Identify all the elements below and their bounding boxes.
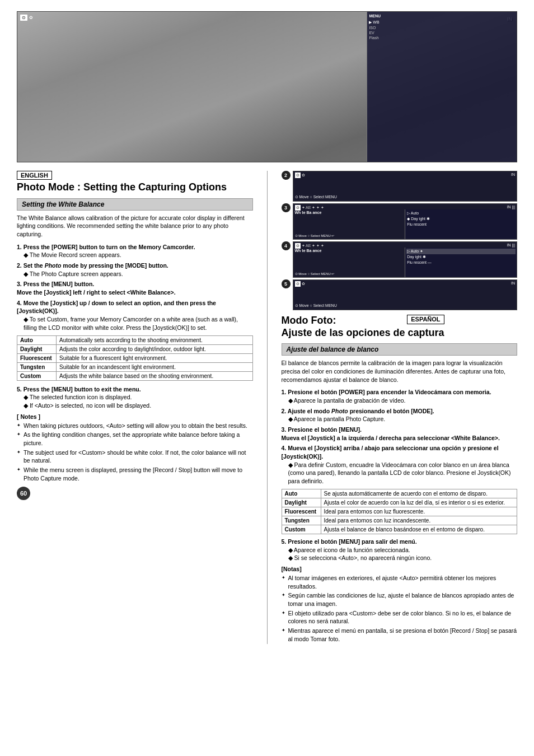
english-section-title: Photo Mode : Setting the Capturing Optio… bbox=[17, 181, 253, 194]
esp-wb-desc-auto: Se ajusta automáticamente de acuerdo con… bbox=[321, 489, 517, 498]
step4-circle: 4 bbox=[282, 241, 291, 250]
espanol-section-title: Modo Foto: ESPAÑOL Ajuste de las opcione… bbox=[282, 315, 444, 339]
step5-bold: Press the [MENU] button to exit the menu… bbox=[24, 386, 141, 393]
step4-bold: Move the [Joystick] up / down to select … bbox=[17, 300, 216, 315]
top-photo-inner: IN ⊙ ✿ MENU ▶ WB ISO EV Flash bbox=[17, 12, 517, 162]
cam-menu-panel: MENU ▶ WB ISO EV Flash bbox=[367, 12, 517, 162]
s4-menu-auto: ▷ Auto ✦ bbox=[406, 249, 516, 254]
cam-icon-photo: ✿ bbox=[29, 15, 33, 20]
cam-menu-item3: Flash bbox=[369, 35, 515, 40]
english-note-1: When taking pictures outdoors, <Auto> se… bbox=[17, 422, 253, 430]
s4-icon1: ⊙ bbox=[295, 243, 301, 249]
s5-icon1: ⊙ bbox=[295, 281, 301, 287]
espanol-column: 2 ⊙ ✿ IN ⊙ Move ○ Select MENU 3 bbox=[282, 171, 518, 644]
english-step-2: 2. Set the Photo mode by pressing the [M… bbox=[17, 262, 253, 278]
espanol-notes-section: [Notas] Al tomar imágenes en exteriores,… bbox=[282, 566, 518, 643]
esp-step4-num: 4. bbox=[282, 445, 288, 451]
s4-menu-day: Day ight ✱ bbox=[406, 254, 516, 260]
wb-row-fluorescent: Fluorescent Suitable for a fluorescent l… bbox=[17, 353, 253, 362]
s5-icon2: ✿ bbox=[302, 282, 305, 286]
esp-step3-num: 3. bbox=[282, 426, 288, 433]
top-photo-area: IN ⊙ ✿ MENU ▶ WB ISO EV Flash bbox=[17, 11, 517, 162]
wb-label-fluorescent: Fluorescent bbox=[17, 353, 57, 362]
wb-label-tungsten: Tungsten bbox=[17, 362, 57, 371]
step2-camera-screen: ⊙ ✿ IN ⊙ Move ○ Select MENU bbox=[293, 171, 518, 202]
step5-num: 5. bbox=[17, 386, 24, 393]
esp-step5-num: 5. bbox=[282, 538, 288, 545]
english-step-3: 3. Press the [MENU] button.Move the [Joy… bbox=[17, 280, 253, 296]
english-note-2: As the lighting condition changes, set t… bbox=[17, 431, 253, 447]
wb-desc-daylight: Adjusts the color according to daylight/… bbox=[57, 344, 253, 353]
esp-step5-bold: Presione el botón [MENU] para salir del … bbox=[288, 538, 416, 545]
esp-step5-bullet1: ◆ Aparece el icono de la función selecci… bbox=[288, 546, 518, 554]
s2-icon2: ✿ bbox=[302, 173, 305, 178]
wb-desc-auto: Automatically sets according to the shoo… bbox=[57, 335, 253, 344]
step1-num: 1. bbox=[17, 244, 24, 250]
espanol-step-4: 4. Mueva el [Joystick] arriba / abajo pa… bbox=[282, 444, 518, 485]
english-lang-badge: ENGLISH bbox=[17, 171, 52, 180]
english-subsection-header: Setting the White Balance bbox=[17, 198, 253, 211]
esp-note-1: Al tomar imágenes en exteriores, el ajus… bbox=[282, 574, 518, 590]
page-number-area: 60 bbox=[17, 487, 253, 500]
esp-note-2: Según cambie las condiciones de luz, aju… bbox=[282, 591, 518, 608]
wb-desc-custom: Adjusts the white balance based on the s… bbox=[57, 371, 253, 380]
step3-camera-screen: ⊙ ✦ AE ✦ ✦ ✦ IN ||| Wh te Ba ance ▷ Auto… bbox=[293, 203, 518, 240]
step1-bold: Press the [POWER] button to turn on the … bbox=[24, 244, 195, 250]
s4-icons: ✦ AE ✦ ✦ ✦ bbox=[302, 244, 325, 248]
esp-step5-bullet2: ◆ Si se selecciona <Auto>, no aparecerá … bbox=[288, 554, 518, 562]
step5-camera-row: 5 ⊙ ✿ IN ⊙ Move ○ Select MENU bbox=[282, 279, 518, 310]
step3-bold: Press the [MENU] button.Move the [Joysti… bbox=[17, 281, 176, 296]
espanol-lang-badge: ESPAÑOL bbox=[407, 315, 444, 324]
camera-steps-area: 2 ⊙ ✿ IN ⊙ Move ○ Select MENU 3 bbox=[282, 171, 518, 310]
espanol-title-1: Modo Foto: bbox=[282, 315, 336, 326]
page-container: IN ⊙ ✿ MENU ▶ WB ISO EV Flash bbox=[0, 0, 534, 756]
wb-row-tungsten: Tungsten Suitable for an incandescent li… bbox=[17, 362, 253, 371]
esp-wb-label-auto: Auto bbox=[282, 489, 321, 498]
esp-step2-bullet1: ◆ Aparece la pantalla Photo Capture. bbox=[288, 415, 518, 423]
esp-wb-desc-fluorescent: Ideal para entornos con luz fluorescente… bbox=[321, 507, 517, 516]
wb-label-daylight: Daylight bbox=[17, 344, 57, 353]
s4-menu-fluor: Flu rescent — bbox=[406, 260, 516, 265]
english-step-4: 4. Move the [Joystick] up / down to sele… bbox=[17, 299, 253, 332]
espanol-notes-title: [Notas] bbox=[282, 566, 518, 572]
esp-step1-bullet1: ◆ Aparece la pantalla de grabación de ví… bbox=[288, 396, 518, 405]
english-note-4: While the menu screen is displayed, pres… bbox=[17, 466, 253, 482]
cam-icon-rec: ⊙ bbox=[20, 15, 27, 21]
s3-menu-fluor: Flu rescent bbox=[406, 222, 516, 227]
s3-indicator: IN ||| bbox=[507, 205, 515, 209]
english-notes-list: When taking pictures outdoors, <Auto> se… bbox=[17, 422, 253, 483]
cam-menu-item2: EV bbox=[369, 30, 515, 35]
espanol-title-2: Ajuste de las opciones de captura bbox=[282, 327, 444, 338]
english-steps-list: 1. Press the [POWER] button to turn on t… bbox=[17, 243, 253, 332]
cam-menu-item1: ISO bbox=[369, 25, 515, 30]
esp-wb-row-custom: Custom Ajusta el balance de blanco basán… bbox=[282, 525, 517, 534]
english-column: ENGLISH Photo Mode : Setting the Capturi… bbox=[17, 171, 253, 644]
esp-wb-label-tungsten: Tungsten bbox=[282, 516, 321, 525]
esp-wb-table-body: Auto Se ajusta automáticamente de acuerd… bbox=[282, 489, 517, 534]
esp-wb-label-fluorescent: Fluorescent bbox=[282, 507, 321, 516]
english-wb-table: Auto Automatically sets according to the… bbox=[17, 335, 253, 381]
esp-step1-bold: Presione el botón [POWER] para encender … bbox=[288, 389, 491, 395]
s3-menu-day: ◆ Day ight ✱ bbox=[406, 216, 516, 222]
english-intro-text: The White Balance allows calibration of … bbox=[17, 214, 253, 239]
english-note-3: The subject used for <Custom> should be … bbox=[17, 449, 253, 465]
espanol-step-1: 1. Presione el botón [POWER] para encend… bbox=[282, 388, 518, 404]
esp-wb-desc-tungsten: Ideal para entornos con luz incandescent… bbox=[321, 516, 517, 525]
s3-status: ⊙ Move ○ Select MENU ↩ bbox=[295, 234, 335, 237]
step5-bullet1: ◆ The selected function icon is displaye… bbox=[24, 393, 253, 402]
espanol-wb-table: Auto Se ajusta automáticamente de acuerd… bbox=[282, 489, 518, 534]
wb-desc-tungsten: Suitable for an incandescent light envir… bbox=[57, 362, 253, 371]
s5-indicator: IN bbox=[511, 281, 515, 285]
s3-menu-panel: ▷ Auto ◆ Day ight ✱ Flu rescent bbox=[405, 209, 517, 239]
step4-camera-screen: ⊙ ✦ AE ✦ ✦ ✦ IN ||| Wh te Ba ance ▷ Auto… bbox=[293, 241, 518, 278]
espanol-step5-list: 5. Presione el botón [MENU] para salir d… bbox=[282, 538, 518, 562]
step4-bullet1: ◆ To set Custom, frame your Memory Camco… bbox=[24, 315, 253, 332]
page-number-badge: 60 bbox=[17, 487, 30, 500]
espanol-subsection-header: Ajuste del balance de blanco bbox=[282, 343, 518, 356]
espanol-step-2: 2. Ajuste el modo Photo presionando el b… bbox=[282, 407, 518, 423]
esp-wb-row-daylight: Daylight Ajusta el color de acuerdo con … bbox=[282, 498, 517, 507]
esp-wb-desc-custom: Ajusta el balance de blanco basándose en… bbox=[321, 525, 517, 534]
wb-label-custom: Custom bbox=[17, 371, 57, 380]
step4-num: 4. bbox=[17, 300, 24, 306]
step2-bullet1: ◆ The Photo Capture screen appears. bbox=[24, 270, 253, 278]
